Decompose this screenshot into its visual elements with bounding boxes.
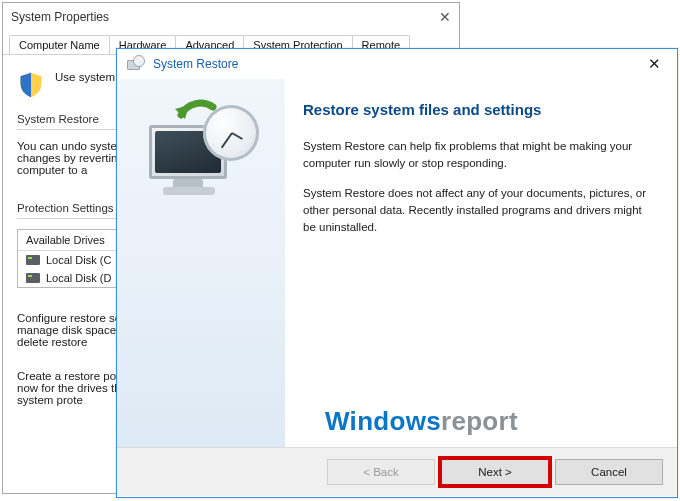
back-button: < Back bbox=[327, 459, 435, 485]
system-restore-titlebar: System Restore ✕ bbox=[117, 49, 677, 79]
wizard-paragraph: System Restore does not affect any of yo… bbox=[303, 185, 653, 235]
wizard-sidebar bbox=[117, 79, 285, 447]
wizard-paragraph: System Restore can help fix problems tha… bbox=[303, 138, 653, 171]
system-restore-content: Restore system files and settings System… bbox=[117, 79, 677, 447]
close-icon[interactable]: ✕ bbox=[439, 3, 451, 31]
restore-illustration-icon bbox=[141, 99, 261, 209]
wizard-button-bar: < Back Next > Cancel bbox=[117, 447, 677, 496]
system-properties-title: System Properties bbox=[11, 3, 109, 31]
system-properties-titlebar: System Properties ✕ bbox=[3, 3, 459, 31]
wizard-heading: Restore system files and settings bbox=[303, 101, 653, 118]
close-icon[interactable]: ✕ bbox=[642, 53, 667, 75]
system-restore-icon bbox=[127, 55, 145, 73]
system-restore-window: System Restore ✕ Restore system files an… bbox=[116, 48, 678, 498]
shield-icon bbox=[17, 71, 45, 99]
drive-icon bbox=[26, 273, 40, 283]
system-restore-title: System Restore bbox=[153, 57, 238, 71]
use-system-text: Use system bbox=[55, 71, 115, 83]
drive-icon bbox=[26, 255, 40, 265]
cancel-button[interactable]: Cancel bbox=[555, 459, 663, 485]
wizard-main: Restore system files and settings System… bbox=[285, 79, 677, 447]
watermark-logo: Windowsreport bbox=[325, 406, 518, 437]
tab-computer-name[interactable]: Computer Name bbox=[9, 35, 110, 54]
drive-label: Local Disk (C bbox=[46, 254, 111, 266]
drive-label: Local Disk (D bbox=[46, 272, 111, 284]
next-button[interactable]: Next > bbox=[441, 459, 549, 485]
